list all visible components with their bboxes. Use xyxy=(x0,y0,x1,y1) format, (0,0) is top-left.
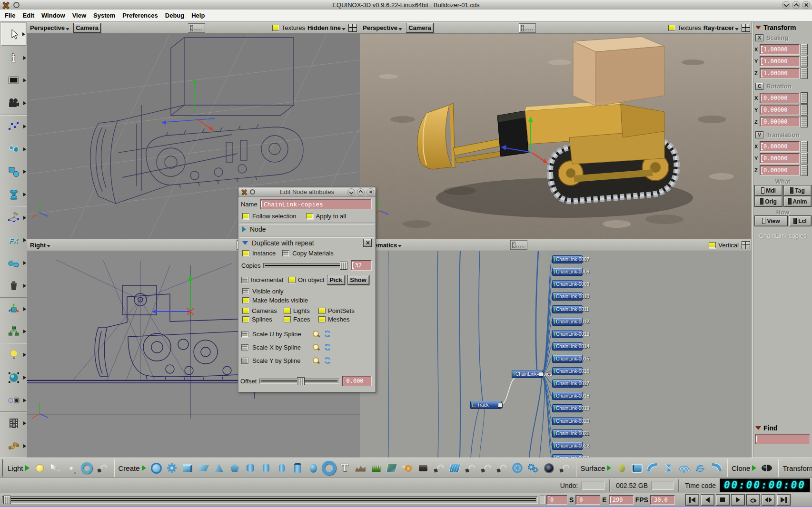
visible-only-checkbox[interactable] xyxy=(242,288,249,294)
camera-tool[interactable] xyxy=(0,92,27,115)
find-input[interactable] xyxy=(755,434,810,444)
schematic-node[interactable]: ChainLink-0008 xyxy=(552,268,583,276)
rounded-box-icon[interactable] xyxy=(630,461,644,475)
make-models-visible-checkbox[interactable] xyxy=(242,297,249,303)
schematic-node[interactable]: ChainLink-0019 xyxy=(552,404,583,412)
rotate-y-field[interactable]: 0.00000 xyxy=(760,105,800,115)
scale-x-field[interactable]: 1.00000 xyxy=(760,44,800,55)
plugin-cable-icon[interactable] xyxy=(463,461,478,475)
menu-edit[interactable]: Edit xyxy=(22,12,34,19)
what-anim-button[interactable]: Anim xyxy=(783,196,812,207)
plugin-cable-icon[interactable] xyxy=(495,461,509,475)
cube-icon[interactable] xyxy=(180,461,195,475)
lathe-surface-icon[interactable] xyxy=(661,461,676,475)
dialog-close-button[interactable] xyxy=(366,188,374,196)
node-collapse-handle[interactable] xyxy=(539,372,544,377)
on-object-checkbox[interactable] xyxy=(288,277,296,283)
section-close-button[interactable] xyxy=(363,239,372,247)
scale-y-spinner[interactable] xyxy=(801,56,808,67)
torus-icon[interactable] xyxy=(322,461,337,475)
rotation-hotkey-button[interactable]: C xyxy=(755,83,763,90)
ping-pong-button[interactable] xyxy=(762,494,775,506)
schematic-node[interactable]: ChainLink-0014 xyxy=(552,342,583,351)
cameras-checkbox[interactable] xyxy=(242,308,249,314)
copy-materials-checkbox[interactable] xyxy=(282,250,289,256)
ellipsoid-icon[interactable] xyxy=(306,461,321,475)
info-tool[interactable]: i xyxy=(0,47,27,69)
schematic-node[interactable]: ChainLink-0012 xyxy=(552,318,583,326)
toolbar-grip[interactable] xyxy=(2,459,3,477)
menu-view[interactable]: View xyxy=(72,12,86,19)
viewport3-view-menu[interactable]: Right xyxy=(30,242,46,249)
offset-value-field[interactable]: 0.000 xyxy=(342,376,372,386)
mesh-tools-tool[interactable] xyxy=(0,206,27,229)
menu-window[interactable]: Window xyxy=(41,12,65,19)
fps-field[interactable]: 30.0 xyxy=(650,495,675,505)
schematic-node[interactable]: ChainLink-0023 xyxy=(552,454,583,458)
viewport1-textures-checkbox[interactable] xyxy=(272,25,279,31)
scale-y-by-spline-checkbox[interactable] xyxy=(241,358,248,364)
viewport1-layout-icon[interactable] xyxy=(348,24,357,32)
maximize-button[interactable] xyxy=(792,1,800,9)
magnifier-icon[interactable] xyxy=(312,343,320,351)
current-frame-field[interactable]: 0 xyxy=(546,495,567,505)
schematic-node[interactable]: ChainLink-0011 xyxy=(552,305,583,313)
magnifier-icon[interactable] xyxy=(312,357,320,364)
schematic-node[interactable]: ChainLink-0021 xyxy=(552,429,583,438)
material-tool[interactable] xyxy=(0,366,27,389)
node-collapse-handle[interactable] xyxy=(498,403,503,408)
camera-lens-icon[interactable] xyxy=(542,461,556,475)
viewport2-layout-icon[interactable] xyxy=(742,24,750,32)
menu-help[interactable]: Help xyxy=(191,12,205,19)
menu-system[interactable]: System xyxy=(93,12,115,19)
panel-scrollbar[interactable] xyxy=(751,22,754,458)
go-to-start-button[interactable] xyxy=(685,494,699,506)
section-arrow-icon[interactable] xyxy=(607,465,611,471)
rotate-x-field[interactable]: 0.00000 xyxy=(760,93,800,103)
ambient-light-icon[interactable] xyxy=(79,461,94,475)
window-titlebar[interactable]: EQUINOX-3D v0.9.6.22-Linux64bit : Bulldo… xyxy=(0,0,812,10)
transform-tool[interactable] xyxy=(0,298,27,321)
instance-checkbox[interactable] xyxy=(242,250,249,256)
hexagonal-prism-icon[interactable] xyxy=(243,461,258,475)
what-orig-button[interactable]: Orig xyxy=(754,196,782,207)
section-arrow-icon[interactable] xyxy=(142,465,146,471)
schematic-node[interactable]: ChainLink-0020 xyxy=(552,417,583,425)
plugin-cable-icon[interactable] xyxy=(432,461,446,475)
menu-preferences[interactable]: Preferences xyxy=(122,12,158,19)
light-plugin-icon[interactable] xyxy=(95,461,110,475)
schematic-hub-node[interactable]: ChainLink-copies xyxy=(512,370,543,378)
faces-checkbox[interactable] xyxy=(284,316,291,322)
menu-file[interactable]: File xyxy=(5,12,15,19)
section-arrow-icon[interactable] xyxy=(752,465,756,471)
scale-z-spinner[interactable] xyxy=(801,68,808,79)
scaling-hotkey-button[interactable]: X xyxy=(755,34,763,41)
rotate-z-field[interactable]: 0.00000 xyxy=(760,117,800,127)
viewport1-camera-button[interactable]: Camera xyxy=(73,23,101,33)
tube-icon[interactable] xyxy=(290,461,305,475)
scale-x-spinner[interactable] xyxy=(801,44,808,55)
plugin-cable-icon[interactable] xyxy=(479,461,494,475)
viewport2-camera-button[interactable]: Camera xyxy=(406,23,434,33)
schematic-node[interactable]: ChainLink-0018 xyxy=(552,392,583,400)
lights-checkbox[interactable] xyxy=(284,308,291,314)
edit-node-attributes-dialog[interactable]: Edit Node attributes Name ChainLink-copi… xyxy=(238,187,376,392)
viewport4-ruler-button[interactable] xyxy=(510,240,527,250)
schematic-node[interactable]: ChainLink-0013 xyxy=(552,330,583,338)
incremental-checkbox[interactable] xyxy=(241,277,248,283)
projector-tool[interactable] xyxy=(0,389,27,412)
viewport1-ruler-button[interactable] xyxy=(188,23,205,33)
schematic-node[interactable]: ChainLink-0016 xyxy=(552,367,583,375)
grass-icon[interactable] xyxy=(369,461,384,475)
capsule-icon[interactable] xyxy=(275,461,289,475)
delete-tool[interactable] xyxy=(0,274,27,298)
rotate-z-spinner[interactable] xyxy=(801,116,808,127)
rotate-y-spinner[interactable] xyxy=(801,104,808,116)
viewport4-layout-icon[interactable] xyxy=(742,241,750,249)
schematic-node[interactable]: ChainLink-0017 xyxy=(552,380,583,388)
schematic-root-node[interactable]: Track xyxy=(470,401,502,409)
collapse-triangle-icon[interactable] xyxy=(242,241,248,245)
translate-x-field[interactable]: 0.00000 xyxy=(760,141,800,152)
wheel-icon[interactable] xyxy=(510,461,525,475)
refresh-icon[interactable] xyxy=(324,343,331,351)
